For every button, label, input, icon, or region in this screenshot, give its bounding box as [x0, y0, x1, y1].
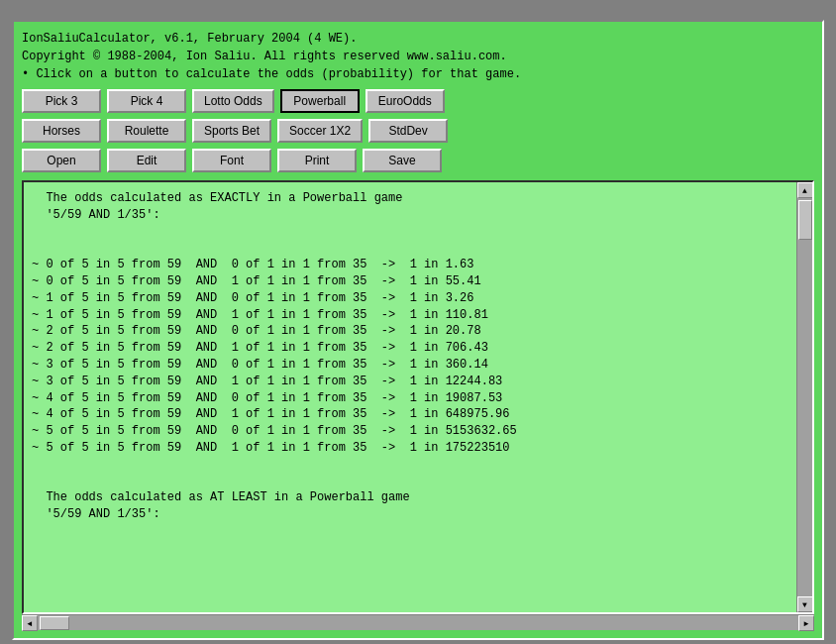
lotto-odds-button[interactable]: Lotto Odds — [192, 89, 274, 113]
font-button[interactable]: Font — [192, 149, 271, 172]
scroll-track-v[interactable] — [797, 198, 812, 596]
open-button[interactable]: Open — [22, 149, 101, 172]
scroll-up-button[interactable]: ▲ — [797, 182, 813, 198]
button-row-1: Pick 3Pick 4Lotto OddsPowerballEuroOdds — [22, 89, 814, 113]
pick3-button[interactable]: Pick 3 — [22, 89, 101, 113]
print-button[interactable]: Print — [277, 149, 357, 172]
title-bar: IonSaliuCalculator, v6.1, February 2004 … — [22, 30, 814, 83]
pick4-button[interactable]: Pick 4 — [107, 89, 186, 113]
scroll-left-button[interactable]: ◄ — [22, 615, 38, 631]
scroll-track-h[interactable] — [38, 615, 798, 630]
button-row-3: OpenEditFontPrintSave — [22, 149, 814, 172]
title-line1: IonSaliuCalculator, v6.1, February 2004 … — [22, 30, 814, 48]
euroodds-button[interactable]: EuroOdds — [366, 89, 445, 113]
vertical-scrollbar[interactable]: ▲ ▼ — [796, 182, 812, 612]
sports-bet-button[interactable]: Sports Bet — [192, 119, 271, 143]
button-row-2: HorsesRouletteSports BetSoccer 1X2StdDev — [22, 119, 814, 143]
main-window: IonSaliuCalculator, v6.1, February 2004 … — [12, 20, 824, 640]
horses-button[interactable]: Horses — [22, 119, 101, 143]
title-line3: • Click on a button to calculate the odd… — [22, 65, 814, 83]
powerball-button[interactable]: Powerball — [280, 89, 360, 113]
horizontal-scrollbar[interactable]: ◄ ► — [22, 614, 814, 630]
title-line2: Copyright © 1988-2004, Ion Saliu. All ri… — [22, 48, 814, 65]
scroll-thumb-v[interactable] — [798, 200, 812, 240]
scroll-thumb-h[interactable] — [40, 616, 69, 630]
output-text: The odds calculated as EXACTLY in a Powe… — [24, 182, 796, 612]
roulette-button[interactable]: Roulette — [107, 119, 186, 143]
edit-button[interactable]: Edit — [107, 149, 186, 172]
output-area: The odds calculated as EXACTLY in a Powe… — [22, 180, 814, 614]
scroll-right-button[interactable]: ► — [798, 615, 814, 631]
scroll-down-button[interactable]: ▼ — [797, 596, 813, 612]
stddev-button[interactable]: StdDev — [368, 119, 448, 143]
soccer-button[interactable]: Soccer 1X2 — [277, 119, 363, 143]
save-button[interactable]: Save — [363, 149, 442, 172]
